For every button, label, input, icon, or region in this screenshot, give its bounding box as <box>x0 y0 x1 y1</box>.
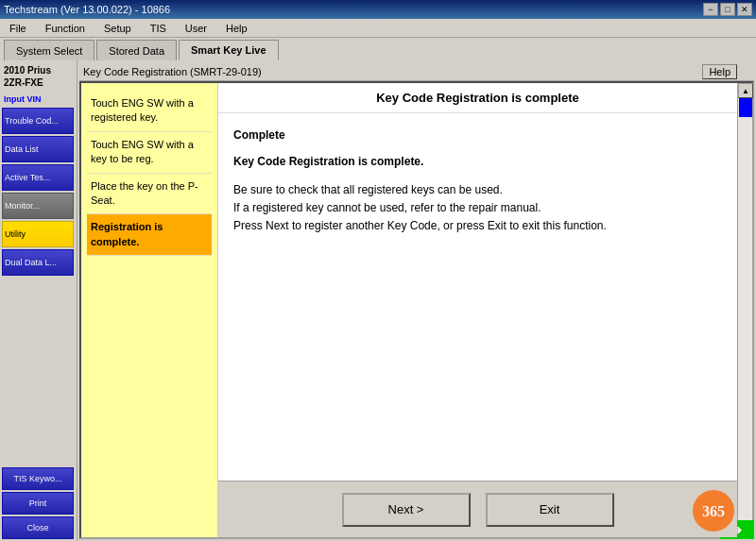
menu-function[interactable]: Function <box>40 21 91 36</box>
tab-smart-key-live[interactable]: Smart Key Live <box>179 40 278 60</box>
car-info: 2010 Prius 2ZR-FXE <box>2 62 75 91</box>
scroll-up-button[interactable]: ▲ <box>738 83 753 98</box>
car-make: 2010 Prius <box>4 64 73 76</box>
tab-stored-data[interactable]: Stored Data <box>96 40 177 60</box>
title-bar: Techstream (Ver 13.00.022) - 10866 − □ ✕ <box>0 0 756 19</box>
dual-data-button[interactable]: Dual Data L... <box>2 249 74 276</box>
content-title: Key Code Registration is complete <box>218 83 737 113</box>
scroll-track <box>738 98 752 522</box>
monitor-button[interactable]: Monitor... <box>2 193 74 219</box>
exit-button[interactable]: Exit <box>486 493 614 527</box>
steps-panel: Touch ENG SW with a registered key. Touc… <box>81 83 218 537</box>
close-button-sidebar[interactable]: Close <box>2 516 74 539</box>
tis-keyword-button[interactable]: TIS Keywo... <box>2 467 74 490</box>
right-scrollbar[interactable]: ▲ ▼ <box>737 83 752 537</box>
input-vin-label: Input VIN <box>2 93 75 106</box>
next-button[interactable]: Next > <box>342 493 471 527</box>
menu-setup[interactable]: Setup <box>98 21 137 36</box>
title-controls[interactable]: − □ ✕ <box>703 3 752 16</box>
close-button[interactable]: ✕ <box>737 3 752 16</box>
menu-bar: File Function Setup TIS User Help <box>0 19 756 38</box>
print-button[interactable]: Print <box>2 492 74 515</box>
trouble-code-button[interactable]: Trouble Cod... <box>2 108 74 134</box>
step-3: Place the key on the P-Seat. <box>87 174 212 215</box>
content-panel: Key Code Registration (SMRT-29-019) Help… <box>77 60 756 541</box>
minimize-button[interactable]: − <box>703 3 718 16</box>
menu-help[interactable]: Help <box>220 21 253 36</box>
scroll-thumb <box>739 98 752 117</box>
help-button[interactable]: Help <box>702 64 737 79</box>
step-1: Touch ENG SW with a registered key. <box>87 91 212 132</box>
step-4-active: Registration is complete. <box>87 214 212 256</box>
tab-bar: System Select Stored Data Smart Key Live <box>0 38 756 60</box>
main-area: 2010 Prius 2ZR-FXE Input VIN Trouble Cod… <box>0 60 756 541</box>
active-test-button[interactable]: Active Tes... <box>2 164 74 191</box>
sidebar: 2010 Prius 2ZR-FXE Input VIN Trouble Cod… <box>0 60 77 541</box>
detail-text: Be sure to check that all registered key… <box>233 181 722 236</box>
maximize-button[interactable]: □ <box>720 3 735 16</box>
bottom-bar: Next > Exit <box>218 481 737 537</box>
registration-complete-text: Key Code Registration is complete. <box>233 153 722 170</box>
content-body: Complete Key Code Registration is comple… <box>218 113 737 481</box>
menu-file[interactable]: File <box>4 21 32 36</box>
panel-title: Key Code Registration (SMRT-29-019) <box>83 66 262 77</box>
menu-tis[interactable]: TIS <box>145 21 172 36</box>
data-list-button[interactable]: Data List <box>2 136 74 162</box>
app-title: Techstream (Ver 13.00.022) - 10866 <box>4 4 170 15</box>
title-text: Techstream (Ver 13.00.022) - 10866 <box>4 4 170 15</box>
main-content-area: Key Code Registration is complete Comple… <box>218 83 737 537</box>
car-model: 2ZR-FXE <box>4 76 73 89</box>
menu-user[interactable]: User <box>180 21 213 36</box>
svg-text:365: 365 <box>702 503 725 519</box>
utility-button[interactable]: Utility <box>2 221 74 247</box>
panel-title-bar: Key Code Registration (SMRT-29-019) <box>79 62 754 81</box>
tab-system-select[interactable]: System Select <box>4 40 94 60</box>
step-2: Touch ENG SW with a key to be reg. <box>87 132 212 174</box>
complete-label: Complete <box>233 127 722 144</box>
logo-365: 365 <box>680 484 747 532</box>
panel-content: Touch ENG SW with a registered key. Touc… <box>79 81 754 539</box>
